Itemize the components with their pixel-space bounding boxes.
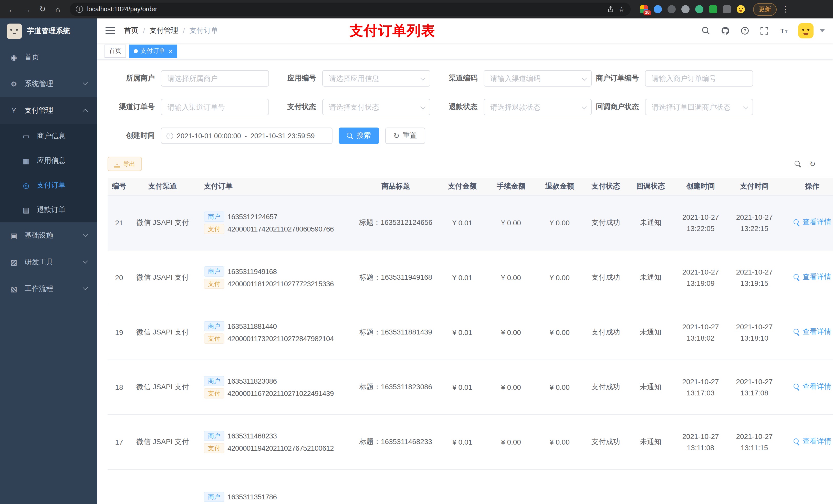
chevron-down-icon — [83, 80, 88, 85]
chevron-down-icon — [83, 232, 88, 237]
user-avatar[interactable] — [798, 23, 813, 39]
refresh-table-icon[interactable]: ↻ — [810, 160, 815, 167]
search-icon — [793, 384, 800, 390]
breadcrumb-home[interactable]: 首页 — [124, 26, 138, 35]
tag-pay-order[interactable]: 支付订单 × — [129, 44, 177, 57]
yen-icon: ¥ — [9, 106, 19, 115]
url-bar[interactable]: i localhost:1024/pay/order ☆ — [70, 3, 630, 16]
refund-status-select[interactable] — [484, 99, 592, 115]
breadcrumb-current: 支付订单 — [190, 26, 218, 35]
reset-button[interactable]: ↻ 重置 — [385, 127, 425, 144]
merchant-order-no-input[interactable] — [645, 70, 753, 87]
url-text: localhost:1024/pay/order — [87, 6, 603, 13]
refresh-icon: ↻ — [394, 132, 399, 139]
page-content: 所属商户 应用编号 渠道编码 商户订单编号 — [97, 59, 833, 504]
app-logo[interactable]: 芋道管理系统 — [0, 19, 97, 44]
extension-icon[interactable] — [668, 5, 676, 13]
filter-channel-order-no: 渠道订单号 — [108, 99, 269, 115]
bookmark-star-icon[interactable]: ☆ — [619, 5, 624, 13]
view-detail-link[interactable]: 查看详情 — [793, 382, 831, 391]
page-title: 支付订单列表 — [349, 22, 435, 40]
extension-icon[interactable] — [723, 5, 731, 13]
search-icon — [793, 438, 800, 445]
target-icon: ◎ — [22, 181, 31, 190]
sidebar-item-label: 研发工具 — [25, 258, 53, 267]
reload-icon[interactable]: ↻ — [36, 3, 49, 16]
sidebar-item-app-info[interactable]: ▦ 应用信息 — [0, 148, 97, 173]
sidebar-item-payment[interactable]: ¥ 支付管理 — [0, 97, 97, 124]
github-icon[interactable] — [720, 26, 731, 36]
extension-icon[interactable] — [709, 5, 717, 13]
close-icon[interactable]: × — [169, 47, 173, 54]
sidebar-item-merchant-info[interactable]: ▭ 商户信息 — [0, 124, 97, 148]
profile-avatar-icon[interactable] — [737, 5, 745, 13]
col-create-time: 创建时间 — [674, 178, 728, 195]
filter-refund-status: 退款状态 — [430, 99, 592, 115]
sidebar-item-label: 应用信息 — [37, 156, 66, 165]
extension-icon[interactable] — [695, 5, 704, 13]
sidebar-item-infrastructure[interactable]: ▣ 基础设施 — [0, 222, 97, 249]
sidebar-item-label: 支付管理 — [25, 106, 53, 115]
svg-text:T: T — [781, 27, 784, 34]
pay-status-select[interactable] — [322, 99, 430, 115]
sidebar-item-system[interactable]: ⚙ 系统管理 — [0, 71, 97, 97]
screen: ← → ↻ ⌂ i localhost:1024/pay/order ☆ 10 … — [0, 0, 833, 504]
sidebar-item-refund-order[interactable]: ▤ 退款订单 — [0, 198, 97, 222]
search-icon — [793, 219, 800, 226]
pay-tag: 支付 — [204, 223, 224, 234]
view-detail-link[interactable]: 查看详情 — [793, 273, 831, 282]
merchant-input[interactable] — [161, 70, 269, 87]
sidebar-item-workflow[interactable]: ▧ 工作流程 — [0, 275, 97, 302]
extension-icon[interactable]: 10 — [640, 5, 648, 13]
search-icon[interactable] — [701, 26, 711, 36]
extension-icon[interactable] — [654, 5, 662, 13]
fullscreen-icon[interactable] — [759, 26, 769, 36]
col-pay-order: 支付订单 — [195, 178, 354, 195]
table-row: 19 微信 JSAPI 支付 商户1635311881440 支付4200001… — [108, 305, 833, 360]
sidebar-item-home[interactable]: ◉ 首页 — [0, 44, 97, 71]
col-amount: 支付金额 — [438, 178, 487, 195]
view-detail-link[interactable]: 查看详情 — [793, 218, 831, 227]
channel-order-no-input[interactable] — [161, 99, 269, 115]
site-info-icon[interactable]: i — [76, 6, 83, 13]
view-detail-link[interactable]: 查看详情 — [793, 437, 831, 447]
hamburger-icon[interactable] — [105, 27, 115, 34]
tag-home[interactable]: 首页 — [104, 44, 126, 57]
export-button[interactable]: 导出 — [108, 157, 142, 171]
sidebar-item-label: 支付订单 — [37, 181, 66, 190]
browser-menu-icon[interactable]: ⋮ — [779, 3, 792, 16]
date-range-picker[interactable]: 2021-10-01 00:00:00 - 2021-10-31 23:59:5… — [161, 127, 332, 144]
col-id: 编号 — [108, 178, 130, 195]
app-title: 芋道管理系统 — [27, 27, 70, 36]
notify-status-select[interactable] — [645, 99, 753, 115]
share-icon[interactable] — [607, 6, 615, 13]
pay-tag: 支付 — [204, 279, 224, 289]
breadcrumb-payment[interactable]: 支付管理 — [149, 26, 178, 35]
extension-icon[interactable] — [681, 5, 690, 13]
payment-submenu: ▭ 商户信息 ▦ 应用信息 ◎ 支付订单 ▤ 退款订单 — [0, 124, 97, 222]
update-button[interactable]: 更新 — [753, 3, 777, 16]
extensions-area: 10 — [640, 5, 745, 13]
infrastructure-icon: ▣ — [9, 232, 19, 240]
user-menu-caret-icon[interactable] — [820, 29, 825, 32]
channel-code-select[interactable] — [484, 70, 592, 87]
view-detail-link[interactable]: 查看详情 — [793, 328, 831, 337]
sidebar-item-dev-tools[interactable]: ▨ 研发工具 — [0, 249, 97, 275]
merchant-tag: 商户 — [204, 376, 224, 386]
help-icon[interactable]: ? — [740, 26, 750, 36]
merchant-tag: 商户 — [204, 266, 224, 276]
sidebar-item-pay-order[interactable]: ◎ 支付订单 — [0, 173, 97, 198]
col-actions: 操作 — [781, 178, 833, 195]
toggle-search-icon[interactable] — [795, 161, 802, 167]
forward-icon[interactable]: → — [21, 3, 34, 16]
pay-tag: 支付 — [204, 443, 224, 453]
sidebar-item-label: 基础设施 — [25, 231, 53, 240]
home-icon[interactable]: ⌂ — [51, 3, 65, 16]
col-fee: 手续金额 — [487, 178, 536, 195]
search-button[interactable]: 搜索 — [339, 127, 379, 144]
app-id-select[interactable] — [322, 70, 430, 87]
sidebar-item-label: 工作流程 — [25, 284, 53, 293]
merchant-tag: 商户 — [204, 211, 224, 221]
font-size-icon[interactable]: TT — [779, 26, 789, 36]
back-icon[interactable]: ← — [5, 3, 19, 16]
